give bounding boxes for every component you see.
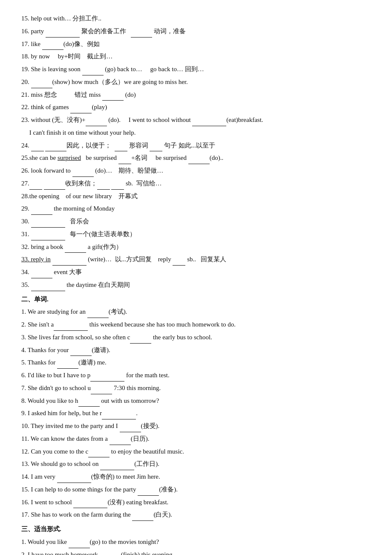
vocab-4: 4. Thanks for your (邀请). xyxy=(21,344,371,356)
blank-26 xyxy=(72,169,94,177)
blank-16b xyxy=(131,30,152,38)
line-22: 22. think of games (play) xyxy=(21,101,371,113)
vocab-15: 15. I can help to do some things for the… xyxy=(21,484,371,496)
line-31: 31. 每一个(做主语表单数） xyxy=(21,228,371,240)
line-29: 29. the morning of Monday xyxy=(21,203,371,215)
text-33-underline: 33. reply in xyxy=(21,256,51,263)
blank-24c xyxy=(115,144,127,151)
line-25: 25.she can be surprised be surprised +名词… xyxy=(21,152,371,164)
blank-v7 xyxy=(91,387,112,394)
blank-19 xyxy=(82,68,104,75)
line-17: 17. like (do)像、例如 xyxy=(21,38,371,50)
blank-27b xyxy=(44,182,65,190)
blank-v3 xyxy=(130,336,151,344)
blank-v6 xyxy=(90,374,124,382)
vocab-17: 17. She has to work on the farm during t… xyxy=(21,509,371,521)
line-21: 21. miss 想念 错过 miss (do) xyxy=(21,89,371,101)
blank-24b xyxy=(45,144,66,151)
blank-27d xyxy=(111,182,124,190)
vocab-9: 9. I asked him for help, but he r. xyxy=(21,408,371,419)
blank-33a xyxy=(52,258,86,266)
blank-25b xyxy=(188,156,210,164)
blank-32 xyxy=(65,245,86,253)
blank-22 xyxy=(70,106,92,113)
blank-v15 xyxy=(138,488,159,496)
vocab-5: 5. Thanks for (邀请) me. xyxy=(21,357,371,369)
blank-v14 xyxy=(57,475,91,483)
blank-29 xyxy=(31,207,52,215)
line-24: 24. 因此，以便于； 形容词 句子 如此...以至于 xyxy=(21,140,371,152)
line-15: 15. help out with… 分担工作.. xyxy=(21,13,371,25)
line-18: 18. by now by+时间 截止到… xyxy=(21,51,371,63)
vocab-7: 7. She didn't go to school u 7:30 this m… xyxy=(21,382,371,394)
blank-23b xyxy=(192,119,226,126)
vocab-13: 13. We should go to school on (工作日). xyxy=(21,458,371,470)
line-27: 27. 收到来信； sb. 写信给… xyxy=(21,178,371,190)
vocab-6: 6. I'd like to but I have to p for the m… xyxy=(21,370,371,382)
section-3-title: 三、适当形式. xyxy=(21,523,371,535)
blank-35 xyxy=(31,283,65,291)
line-30: 30. 音乐会 xyxy=(21,216,371,228)
line-28: 28.the opening of our new library 开幕式 xyxy=(21,191,371,202)
text-surprised: surprised xyxy=(58,154,81,161)
blank-v13 xyxy=(100,462,134,470)
blank-v2 xyxy=(54,323,88,331)
blank-v16 xyxy=(73,500,107,508)
vocab-10: 10. They invited me to the party and I (… xyxy=(21,420,371,432)
line-23: 23. without (无、没有)+ (do). I went to scho… xyxy=(21,114,371,126)
blank-27c xyxy=(97,182,110,190)
blank-24a xyxy=(31,144,44,151)
line-33: 33. reply in (write)… 以...方式回复 reply sb.… xyxy=(21,254,371,266)
section-2-title: 二、单词. xyxy=(21,294,371,306)
vocab-3: 3. She lives far from school, so she oft… xyxy=(21,332,371,344)
line-23b: I can't finish it on time without your h… xyxy=(21,127,371,139)
main-content: 15. help out with… 分担工作.. 16. party 聚会的准… xyxy=(21,13,371,555)
blank-23a xyxy=(86,119,107,126)
blank-v1 xyxy=(87,310,109,318)
line-34: 34. event 大事 xyxy=(21,266,371,278)
blank-f2 xyxy=(100,553,121,555)
blank-33b xyxy=(173,258,185,266)
form-1: 1. Would you like (go) to the movies ton… xyxy=(21,536,371,548)
blank-16a xyxy=(46,30,80,38)
blank-25a xyxy=(118,156,131,164)
vocab-2: 2. She isn't a this weekend because she … xyxy=(21,319,371,331)
blank-v9 xyxy=(102,412,136,419)
blank-v5 xyxy=(57,361,78,369)
line-16: 16. party 聚会的准备工作 动词，准备 xyxy=(21,26,371,38)
line-26: 26. look forward to (do)… 期待、盼望做… xyxy=(21,165,371,177)
blank-30 xyxy=(31,220,65,228)
blank-17 xyxy=(42,42,63,50)
vocab-8: 8. Would you like to h out with us tomor… xyxy=(21,395,371,407)
blank-v12 xyxy=(88,450,110,457)
blank-v8 xyxy=(78,399,100,407)
blank-31 xyxy=(31,233,65,240)
vocab-16: 16. I went to school (没有) eating breakfa… xyxy=(21,497,371,509)
blank-34 xyxy=(31,271,52,278)
vocab-1: 1. We are studying for an (考试). xyxy=(21,306,371,318)
vocab-14: 14. I am very (惊奇的) to meet Jim here. xyxy=(21,471,371,483)
form-2: 2. I have too much homework (finish) thi… xyxy=(21,549,371,555)
vocab-11: 11. We can know the dates from a (日历). xyxy=(21,433,371,445)
line-20: 20. (show) how much（多么）we are going to m… xyxy=(21,76,371,88)
line-35: 35. the daytime 在白天期间 xyxy=(21,279,371,291)
vocab-12: 12. Can you come to the c to enjoy the b… xyxy=(21,446,371,458)
blank-21 xyxy=(102,93,124,101)
blank-f1 xyxy=(69,541,90,548)
blank-v11 xyxy=(110,437,131,445)
blank-24d xyxy=(150,144,162,151)
blank-v4 xyxy=(70,348,92,356)
blank-v17 xyxy=(132,513,153,521)
line-19: 19. She is leaving soon (go) back to… go… xyxy=(21,64,371,75)
blank-27a xyxy=(29,182,42,190)
blank-v10 xyxy=(120,425,141,432)
line-32: 32. bring a book a gift(作为） xyxy=(21,241,371,253)
blank-20 xyxy=(31,81,52,88)
